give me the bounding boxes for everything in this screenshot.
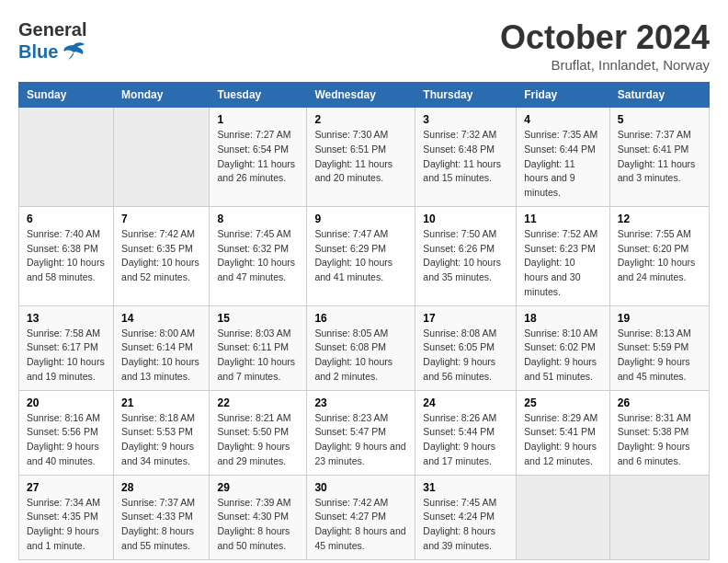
calendar-week-row: 6Sunrise: 7:40 AMSunset: 6:38 PMDaylight…	[19, 206, 710, 305]
day-detail: Sunrise: 8:10 AMSunset: 6:02 PMDaylight:…	[524, 327, 602, 385]
calendar-week-row: 1Sunrise: 7:27 AMSunset: 6:54 PMDaylight…	[19, 108, 710, 207]
day-number: 2	[314, 113, 407, 126]
calendar-cell: 16Sunrise: 8:05 AMSunset: 6:08 PMDayligh…	[307, 305, 415, 390]
calendar-cell: 25Sunrise: 8:29 AMSunset: 5:41 PMDayligh…	[517, 390, 610, 475]
day-number: 31	[423, 481, 508, 494]
day-detail: Sunrise: 8:00 AMSunset: 6:14 PMDaylight:…	[121, 327, 201, 385]
calendar-cell: 26Sunrise: 8:31 AMSunset: 5:38 PMDayligh…	[609, 390, 709, 475]
weekday-header-tuesday: Tuesday	[210, 83, 307, 108]
day-number: 15	[217, 312, 299, 325]
day-number: 29	[217, 481, 299, 494]
day-detail: Sunrise: 7:42 AMSunset: 6:35 PMDaylight:…	[121, 227, 201, 285]
calendar-cell: 17Sunrise: 8:08 AMSunset: 6:05 PMDayligh…	[415, 305, 517, 390]
logo: General Blue	[18, 18, 86, 63]
day-number: 19	[618, 312, 701, 325]
day-number: 1	[217, 113, 299, 126]
day-detail: Sunrise: 7:40 AMSunset: 6:38 PMDaylight:…	[27, 227, 106, 285]
day-number: 28	[121, 481, 201, 494]
day-detail: Sunrise: 7:52 AMSunset: 6:23 PMDaylight:…	[524, 227, 602, 300]
logo-text: General Blue	[18, 18, 86, 63]
day-number: 4	[524, 113, 602, 126]
day-detail: Sunrise: 8:21 AMSunset: 5:50 PMDaylight:…	[217, 411, 299, 469]
day-detail: Sunrise: 8:26 AMSunset: 5:44 PMDaylight:…	[423, 411, 508, 469]
calendar-cell: 23Sunrise: 8:23 AMSunset: 5:47 PMDayligh…	[307, 390, 415, 475]
calendar-week-row: 13Sunrise: 7:58 AMSunset: 6:17 PMDayligh…	[19, 305, 710, 390]
day-number: 24	[423, 396, 508, 409]
day-number: 23	[314, 396, 407, 409]
weekday-header-monday: Monday	[114, 83, 210, 108]
day-number: 25	[524, 396, 602, 409]
calendar-cell	[114, 108, 210, 207]
calendar-cell: 3Sunrise: 7:32 AMSunset: 6:48 PMDaylight…	[415, 108, 517, 207]
calendar-table: SundayMondayTuesdayWednesdayThursdayFrid…	[18, 82, 710, 560]
calendar-cell: 12Sunrise: 7:55 AMSunset: 6:20 PMDayligh…	[609, 206, 709, 305]
weekday-header-saturday: Saturday	[609, 83, 709, 108]
calendar-cell: 9Sunrise: 7:47 AMSunset: 6:29 PMDaylight…	[307, 206, 415, 305]
day-detail: Sunrise: 7:45 AMSunset: 6:32 PMDaylight:…	[217, 227, 299, 285]
weekday-header-wednesday: Wednesday	[307, 83, 415, 108]
day-detail: Sunrise: 7:35 AMSunset: 6:44 PMDaylight:…	[524, 128, 602, 201]
day-number: 26	[618, 396, 701, 409]
day-detail: Sunrise: 7:37 AMSunset: 6:41 PMDaylight:…	[618, 128, 701, 186]
calendar-cell	[19, 108, 114, 207]
day-detail: Sunrise: 8:08 AMSunset: 6:05 PMDaylight:…	[423, 327, 508, 385]
weekday-header-friday: Friday	[517, 83, 610, 108]
day-detail: Sunrise: 7:34 AMSunset: 4:35 PMDaylight:…	[27, 496, 106, 554]
calendar-cell: 28Sunrise: 7:37 AMSunset: 4:33 PMDayligh…	[114, 475, 210, 559]
day-detail: Sunrise: 8:31 AMSunset: 5:38 PMDaylight:…	[618, 411, 701, 469]
calendar-cell: 29Sunrise: 7:39 AMSunset: 4:30 PMDayligh…	[210, 475, 307, 559]
day-number: 14	[121, 312, 201, 325]
day-detail: Sunrise: 7:42 AMSunset: 4:27 PMDaylight:…	[314, 496, 407, 554]
day-detail: Sunrise: 7:55 AMSunset: 6:20 PMDaylight:…	[618, 227, 701, 285]
weekday-header-row: SundayMondayTuesdayWednesdayThursdayFrid…	[19, 83, 710, 108]
calendar-cell: 5Sunrise: 7:37 AMSunset: 6:41 PMDaylight…	[609, 108, 709, 207]
day-detail: Sunrise: 7:58 AMSunset: 6:17 PMDaylight:…	[27, 327, 106, 385]
calendar-cell: 1Sunrise: 7:27 AMSunset: 6:54 PMDaylight…	[210, 108, 307, 207]
day-number: 10	[423, 213, 508, 225]
calendar-cell: 24Sunrise: 8:26 AMSunset: 5:44 PMDayligh…	[415, 390, 517, 475]
calendar-cell: 4Sunrise: 7:35 AMSunset: 6:44 PMDaylight…	[517, 108, 610, 207]
day-detail: Sunrise: 8:03 AMSunset: 6:11 PMDaylight:…	[217, 327, 299, 385]
day-number: 16	[314, 312, 407, 325]
day-detail: Sunrise: 7:37 AMSunset: 4:33 PMDaylight:…	[121, 496, 201, 554]
day-number: 9	[314, 213, 407, 225]
day-number: 30	[314, 481, 407, 494]
day-detail: Sunrise: 8:13 AMSunset: 5:59 PMDaylight:…	[618, 327, 701, 385]
day-number: 3	[423, 113, 508, 126]
calendar-cell: 20Sunrise: 8:16 AMSunset: 5:56 PMDayligh…	[19, 390, 114, 475]
day-detail: Sunrise: 7:30 AMSunset: 6:51 PMDaylight:…	[314, 128, 407, 186]
day-detail: Sunrise: 8:18 AMSunset: 5:53 PMDaylight:…	[121, 411, 201, 469]
day-number: 11	[524, 213, 602, 225]
calendar-cell: 6Sunrise: 7:40 AMSunset: 6:38 PMDaylight…	[19, 206, 114, 305]
page-subtitle: Bruflat, Innlandet, Norway	[500, 57, 710, 73]
day-number: 8	[217, 213, 299, 225]
day-detail: Sunrise: 8:29 AMSunset: 5:41 PMDaylight:…	[524, 411, 602, 469]
day-detail: Sunrise: 7:50 AMSunset: 6:26 PMDaylight:…	[423, 227, 508, 285]
calendar-week-row: 20Sunrise: 8:16 AMSunset: 5:56 PMDayligh…	[19, 390, 710, 475]
header: General Blue October 2024 Bruflat, Innla…	[18, 18, 710, 73]
calendar-cell: 10Sunrise: 7:50 AMSunset: 6:26 PMDayligh…	[415, 206, 517, 305]
calendar-cell: 18Sunrise: 8:10 AMSunset: 6:02 PMDayligh…	[517, 305, 610, 390]
day-number: 20	[27, 396, 106, 409]
day-number: 22	[217, 396, 299, 409]
day-number: 13	[27, 312, 106, 325]
weekday-header-sunday: Sunday	[19, 83, 114, 108]
calendar-cell	[517, 475, 610, 559]
day-number: 18	[524, 312, 602, 325]
calendar-week-row: 27Sunrise: 7:34 AMSunset: 4:35 PMDayligh…	[19, 475, 710, 559]
day-number: 21	[121, 396, 201, 409]
calendar-cell: 30Sunrise: 7:42 AMSunset: 4:27 PMDayligh…	[307, 475, 415, 559]
day-number: 6	[27, 213, 106, 225]
title-area: October 2024 Bruflat, Innlandet, Norway	[500, 18, 710, 73]
day-number: 7	[121, 213, 201, 225]
day-detail: Sunrise: 7:39 AMSunset: 4:30 PMDaylight:…	[217, 496, 299, 554]
logo-bird-icon	[61, 41, 86, 62]
day-number: 12	[618, 213, 701, 225]
calendar-cell: 21Sunrise: 8:18 AMSunset: 5:53 PMDayligh…	[114, 390, 210, 475]
calendar-cell	[609, 475, 709, 559]
calendar-cell: 27Sunrise: 7:34 AMSunset: 4:35 PMDayligh…	[19, 475, 114, 559]
day-number: 17	[423, 312, 508, 325]
calendar-cell: 31Sunrise: 7:45 AMSunset: 4:24 PMDayligh…	[415, 475, 517, 559]
day-detail: Sunrise: 7:47 AMSunset: 6:29 PMDaylight:…	[314, 227, 407, 285]
calendar-cell: 7Sunrise: 7:42 AMSunset: 6:35 PMDaylight…	[114, 206, 210, 305]
